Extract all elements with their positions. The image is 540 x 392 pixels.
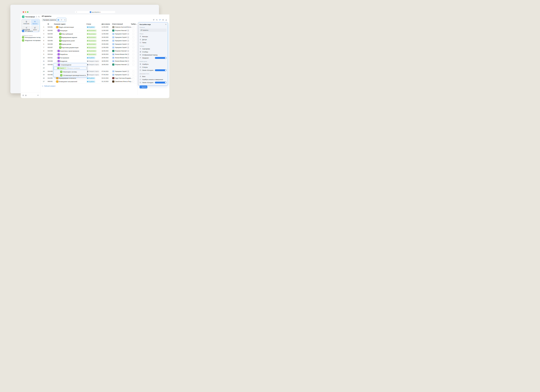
required-checkbox[interactable] [133,74,134,76]
required-checkbox[interactable] [133,54,134,55]
space-switcher-icon[interactable] [38,30,39,32]
panel-item-отображаемый-период[interactable]: Отображаемый период [140,53,166,56]
required-checkbox[interactable] [133,30,134,31]
gear-icon[interactable] [25,94,27,96]
table-row[interactable]: 17009-001Оповещение пользователейВ работ… [41,80,138,83]
table-row[interactable]: 2023-002ИнициацияВыполнено12.09.2025Петр… [41,29,138,32]
chevron-down-icon[interactable] [56,30,57,31]
table-row[interactable]: 10023-021ТестированиеВ работе18.09.2023Л… [41,56,138,60]
collapse-sidebar-icon[interactable] [37,94,39,96]
toggle-on[interactable] [155,82,166,84]
more-assignees-badge[interactable]: +2 [127,30,129,32]
status-badge[interactable]: Выполнено [86,50,97,52]
search-icon[interactable] [38,16,40,18]
col-header-assignee[interactable]: Ответственный [112,23,123,25]
popup-parent-row[interactable]: Сопровождение [54,63,87,66]
toggle-on[interactable] [155,57,166,59]
required-checkbox[interactable] [133,47,134,48]
status-badge[interactable]: В работе [86,26,95,28]
hierarchy-icon[interactable] [159,19,161,21]
required-checkbox[interactable] [133,43,134,45]
chevron-right-icon[interactable] [55,81,56,82]
status-badge[interactable]: В работе [86,80,95,83]
popup-task-row[interactable]: Оптимизация производительности [54,74,87,77]
close-icon[interactable] [165,24,167,25]
view-kanban-button[interactable] [60,18,63,21]
status-badge[interactable]: В работе [86,57,95,59]
chevron-right-icon[interactable] [56,57,57,59]
sidebar-item-company[interactable]: Компания [22,20,30,25]
table-row[interactable]: 5023-005Определение ролейВыполнено20.09.… [41,39,138,43]
more-assignees-badge[interactable]: +3 [127,50,129,52]
col-header-id[interactable]: ID [48,23,49,25]
required-checkbox[interactable] [133,77,134,79]
table-row[interactable]: 8023-008Аналитика и проектированиеВыполн… [41,49,138,53]
add-work-item-button[interactable]: Рабочий элемент [42,85,55,87]
panel-item-столбцы[interactable]: Столбцы [140,50,166,53]
panel-item-фильтры[interactable]: Фильтры [140,35,166,38]
col-header-status[interactable]: Статус [86,23,91,25]
panel-item-атрибуты[interactable]: Атрибуты [140,63,166,66]
table-row[interactable]: 7023-007Подготовка документацииВыполнено… [41,46,138,49]
more-assignees-badge[interactable]: +2 [127,74,129,76]
chevron-right-icon[interactable] [55,78,56,79]
maximize-traffic-light[interactable] [27,11,28,13]
panel-item-сортировка[interactable]: Сортировка [140,47,166,50]
favorite-item[interactable]: Модульное тестирование [21,39,41,42]
required-checkbox[interactable] [133,70,134,72]
status-badge[interactable]: Выполнено [86,33,97,35]
delete-view-button[interactable]: Удалить [140,85,147,89]
toggle-on[interactable] [155,69,166,71]
panel-item-папка[interactable]: Папка [140,41,166,44]
sort-icon[interactable] [156,19,158,21]
chevron-down-icon[interactable] [55,26,56,28]
status-badge[interactable]: Ожидает старта [86,70,100,73]
view-table-button[interactable] [57,18,60,21]
chevron-down-icon[interactable] [56,64,57,65]
required-checkbox[interactable] [133,40,134,42]
more-assignees-badge[interactable]: +2 [127,46,129,49]
status-badge[interactable]: Выполнено [86,40,97,42]
status-badge[interactable]: Выполнено [86,30,97,32]
more-assignees-badge[interactable]: +3 [127,53,129,55]
close-traffic-light[interactable] [23,11,24,13]
sidebar-item-space[interactable]: И ИТ-проекты [21,30,41,32]
more-assignees-badge[interactable]: +2 [127,40,129,42]
view-settings-gear-icon[interactable] [162,19,164,21]
new-task-input[interactable]: Задача Введите название [54,66,87,70]
sidebar-item-projects[interactable]: Проекты [31,20,39,25]
required-checkbox[interactable] [133,50,134,52]
more-assignees-badge[interactable]: +3 [127,60,129,62]
col-header-name[interactable]: Название задачи [54,23,65,25]
status-badge[interactable]: Ожидает старта [86,60,100,62]
table-row[interactable]: 3023-003Сбор требованийВыполнено12.09.20… [41,32,138,36]
more-assignees-badge[interactable]: +2 [127,33,129,35]
chevron-right-icon[interactable] [56,50,57,52]
filter-icon[interactable] [153,19,155,21]
status-badge[interactable]: Выполнено [86,46,97,49]
status-badge[interactable]: Выполнено [86,43,97,45]
popup-task-row[interactable]: Мониторинг системы [54,70,87,74]
table-row[interactable]: 9023-014РазработкаВыполнено18.09.2023ЛМЛ… [41,53,138,56]
chevron-right-icon[interactable] [56,54,57,55]
favorite-item[interactable]: Интеграционное тестир... [21,36,41,39]
chevron-right-icon[interactable] [56,60,57,62]
required-checkbox[interactable] [133,81,134,82]
status-badge[interactable]: Ожидает старта [86,74,100,76]
table-row[interactable]: 1023-001Модуль автоматизацииВ работе12.0… [41,25,138,29]
task-type-chip[interactable]: Задача [57,67,67,69]
panel-item-вехи[interactable]: Вехи [140,75,166,78]
more-assignees-badge[interactable]: +3 [127,64,129,66]
address-bar[interactable]: Т app.tehpotok.ru [75,11,115,13]
panel-item-статусы[interactable]: Статусы [140,66,166,69]
panel-item-доступ[interactable]: Доступ [140,38,166,41]
more-assignees-badge[interactable]: +2 [127,43,129,45]
workspace-switcher-icon[interactable] [36,16,37,18]
required-checkbox[interactable] [133,57,134,59]
more-assignees-badge[interactable]: +2 [127,70,129,72]
view-list-button[interactable] [63,18,66,21]
table-row[interactable]: 11023-026ВнедрениеОжидает старта18.09.20… [41,60,138,63]
required-checkbox[interactable] [133,26,134,28]
more-assignees-badge[interactable]: +3 [127,57,129,59]
minimize-traffic-light[interactable] [25,11,26,13]
